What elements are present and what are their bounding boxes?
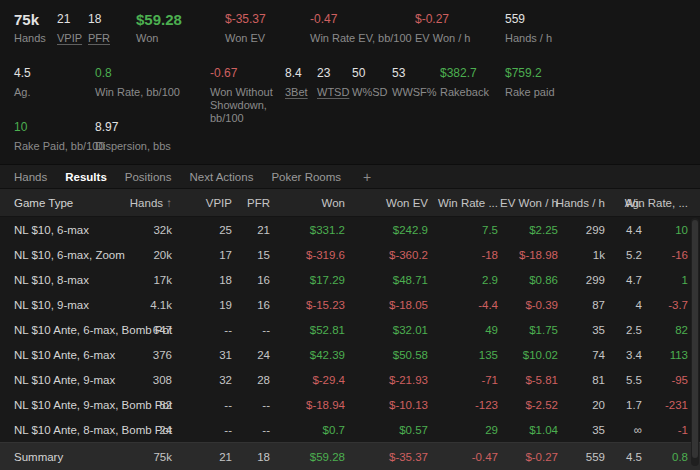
- stat-cell: 376: [118, 349, 180, 361]
- game-type-cell: NL $10 Ante, 6-max: [0, 349, 118, 361]
- stat-value: $382.7: [440, 64, 489, 83]
- stat-value: 75k: [14, 10, 46, 29]
- stat-value: $759.2: [505, 64, 555, 83]
- stat-cell: -123: [436, 399, 506, 411]
- stat-cell: $42.39: [278, 349, 353, 361]
- stat-cell: 2.9: [436, 274, 506, 286]
- stat-cell: -95: [650, 374, 696, 386]
- column-header-win-rate[interactable]: Win Rate ...: [436, 189, 506, 216]
- table-row[interactable]: NL $10, 6-max32k2521$331.2$242.97.5$2.25…: [0, 217, 700, 242]
- stat-label: Hands / h: [505, 32, 552, 45]
- scrollbar-thumb[interactable]: [692, 220, 698, 458]
- stat-value: $59.28: [136, 10, 182, 29]
- stat-label: Win Rate EV, bb/100: [310, 32, 412, 45]
- column-header-win-rate[interactable]: Win Rate, ...: [650, 189, 696, 216]
- stat-cell: 18: [180, 274, 240, 286]
- stat-cell: 18: [240, 451, 278, 463]
- stat-cell: $0.86: [506, 274, 566, 286]
- table-row[interactable]: NL $10 Ante, 9-max, Bomb Pot82----$-18.9…: [0, 392, 700, 417]
- stat-cell: 2.5: [613, 324, 650, 336]
- stat-pfr: 18 PFR: [88, 10, 110, 45]
- stat-cell: 82: [650, 324, 696, 336]
- stat-cell: 20: [566, 399, 613, 411]
- tab-results[interactable]: Results: [65, 171, 107, 183]
- stat-cell: 4.5: [613, 451, 650, 463]
- stat-cell: 16: [240, 299, 278, 311]
- game-type-cell: NL $10, 8-max: [0, 274, 118, 286]
- stat-label: Rake Paid, bb/100: [14, 140, 105, 153]
- stat-win-rate-ev: -0.47 Win Rate EV, bb/100: [310, 10, 412, 45]
- stat-cell: 5.5: [613, 374, 650, 386]
- table-row[interactable]: NL $10 Ante, 8-max, Bomb Pot24----$0.7$0…: [0, 417, 700, 442]
- column-header-game-type[interactable]: Game Type: [0, 189, 118, 216]
- stat-cell: $-0.27: [506, 451, 566, 463]
- stat-label: Rakeback: [440, 86, 489, 99]
- stat-label: Won: [136, 32, 182, 45]
- table-row[interactable]: NL $10, 6-max, Zoom20k1715$-319.6$-360.2…: [0, 242, 700, 267]
- column-header-hands-h[interactable]: Hands / h: [566, 189, 613, 216]
- stat-cell: 4.7: [613, 274, 650, 286]
- table-row[interactable]: NL $10 Ante, 9-max3083228$-29.4$-21.93-7…: [0, 367, 700, 392]
- stat-label[interactable]: PFR: [88, 32, 110, 45]
- game-type-cell: NL $10, 6-max, Zoom: [0, 249, 118, 261]
- tab-positions[interactable]: Positions: [125, 171, 172, 183]
- stat-value: 8.97: [95, 118, 171, 137]
- table-scrollbar[interactable]: [691, 218, 699, 466]
- table-row[interactable]: NL $10 Ante, 6-max, Bomb Pot647----$52.8…: [0, 317, 700, 342]
- column-header-hands[interactable]: Hands ↑: [118, 189, 180, 216]
- tab-poker-rooms[interactable]: Poker Rooms: [271, 171, 341, 183]
- stat-cell: $-319.6: [278, 249, 353, 261]
- stat-label: Won EV: [225, 32, 266, 45]
- add-tab-button[interactable]: +: [359, 169, 371, 185]
- column-header-won-ev[interactable]: Won EV: [353, 189, 436, 216]
- game-type-cell: NL $10 Ante, 8-max, Bomb Pot: [0, 424, 118, 436]
- stat-cell: 82: [118, 399, 180, 411]
- stat-value: $-35.37: [225, 10, 266, 29]
- table-row[interactable]: NL $10, 9-max4.1k1916$-15.23$-18.05-4.4$…: [0, 292, 700, 317]
- stat-wwsf: 53 WWSF%: [392, 64, 437, 99]
- stat-cell: 75k: [118, 451, 180, 463]
- stat-cell: --: [180, 424, 240, 436]
- stat-cell: 19: [180, 299, 240, 311]
- stats-panel: 75k Hands 21 VPIP 18 PFR $59.28 Won $-35…: [0, 0, 700, 164]
- table-row[interactable]: NL $10 Ante, 6-max3763124$42.39$50.58135…: [0, 342, 700, 367]
- results-table: Game TypeHands ↑VPIPPFRWonWon EVWin Rate…: [0, 189, 700, 470]
- stat-cell: 647: [118, 324, 180, 336]
- column-header-won[interactable]: Won: [278, 189, 353, 216]
- stat-cell: $-18.98: [506, 249, 566, 261]
- table-body: NL $10, 6-max32k2521$331.2$242.97.5$2.25…: [0, 217, 700, 442]
- stat-label[interactable]: 3Bet: [285, 86, 308, 99]
- column-header-vpip[interactable]: VPIP: [180, 189, 240, 216]
- stat-cell: --: [240, 399, 278, 411]
- stat-label: Win Rate, bb/100: [95, 86, 180, 99]
- stat-cell: 1.7: [613, 399, 650, 411]
- stat-cell: 135: [436, 349, 506, 361]
- stat-cell: $-5.81: [506, 374, 566, 386]
- column-header-pfr[interactable]: PFR: [240, 189, 278, 216]
- stat-cell: 7.5: [436, 224, 506, 236]
- stat-cell: -71: [436, 374, 506, 386]
- stat-label: W%SD: [352, 86, 387, 99]
- stat-cell: $17.29: [278, 274, 353, 286]
- stat-rakeback: $382.7 Rakeback: [440, 64, 489, 99]
- stat-cell: 35: [566, 424, 613, 436]
- stat-cell: $-15.23: [278, 299, 353, 311]
- stat-cell: 113: [650, 349, 696, 361]
- stat-wtsd: 23 WTSD: [317, 64, 349, 99]
- stat-value: 4.5: [14, 64, 31, 83]
- stat-rake-paid-bb: 10 Rake Paid, bb/100: [14, 118, 105, 153]
- stat-cell: 31: [180, 349, 240, 361]
- stat-win-rate: 0.8 Win Rate, bb/100: [95, 64, 180, 99]
- summary-row[interactable]: Summary75k2118$59.28$-35.37-0.47$-0.2755…: [0, 442, 700, 470]
- stat-cell: 10: [650, 224, 696, 236]
- tab-next-actions[interactable]: Next Actions: [189, 171, 253, 183]
- stat-value: 50: [352, 64, 387, 83]
- table-row[interactable]: NL $10, 8-max17k1816$17.29$48.712.9$0.86…: [0, 267, 700, 292]
- stat-cell: -18: [436, 249, 506, 261]
- tab-hands[interactable]: Hands: [14, 171, 47, 183]
- stat-wsd: 50 W%SD: [352, 64, 387, 99]
- stat-cell: 20k: [118, 249, 180, 261]
- stat-label[interactable]: VPIP: [57, 32, 82, 45]
- stat-label[interactable]: WTSD: [317, 86, 349, 99]
- stat-cell: -1: [650, 424, 696, 436]
